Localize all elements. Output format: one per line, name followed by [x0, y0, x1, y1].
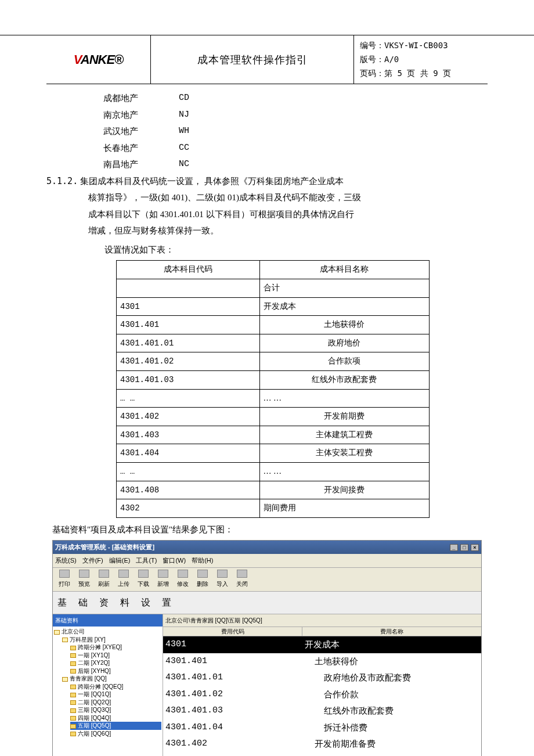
- window-titlebar[interactable]: 万科成本管理系统 - [基础资料设置] _ □ ×: [53, 541, 481, 554]
- menu-item[interactable]: 窗口(W): [163, 555, 186, 567]
- tree-label: 一期 [QQ1Q]: [78, 691, 111, 697]
- cost-row: 4301.402开发前期费: [117, 408, 430, 426]
- tree-panel: 基础资料 北京公司万科星园 [XY]跨期分摊 [XYEQ]一期 [XY1Q]二期…: [53, 614, 163, 756]
- cost-code-cell: 4301.401.01: [117, 334, 260, 352]
- cost-code-grid[interactable]: 费用代码 费用名称 4301开发成本4301.401 土地获得价4301.401…: [163, 627, 481, 756]
- tree-node[interactable]: 跨期分摊 [XYEQ]: [70, 643, 161, 651]
- grid-row[interactable]: 4301开发成本: [163, 636, 481, 653]
- menu-item[interactable]: 编辑(E): [109, 555, 131, 567]
- cost-name-cell: 期间费用: [259, 499, 429, 518]
- cost-row: 4302期间费用: [117, 499, 430, 518]
- grid-row[interactable]: 4301.402.01 勘测设计费: [163, 753, 481, 756]
- tree-node[interactable]: 一期 [XY1Q]: [70, 651, 161, 660]
- menu-item[interactable]: 帮助(H): [192, 555, 213, 567]
- toolbar-button[interactable]: 预览: [75, 569, 93, 590]
- minimize-button[interactable]: _: [450, 544, 458, 551]
- tree-node[interactable]: 二期 [XY2Q]: [70, 659, 161, 667]
- cost-code-cell: … …: [117, 389, 260, 408]
- tree-label: 五期 [QQ5Q]: [78, 722, 111, 729]
- cost-row: 4301.401.02合作款项: [117, 352, 430, 371]
- region-row: 长春地产CC: [103, 140, 488, 157]
- document-meta: 编号：VKSY-WI-CB003 版号：A/0 页码：第 5 页 共 9 页: [354, 35, 488, 84]
- grid-name-cell: 拆迁补偿费: [302, 719, 481, 736]
- cost-name-cell: 合计: [259, 279, 429, 297]
- grid-row[interactable]: 4301.401 土地获得价: [163, 653, 481, 670]
- tree-label: 跨期分摊 [QQEQ]: [78, 683, 123, 690]
- toolbar-icon: [158, 570, 168, 578]
- grid-name-cell: 政府地价及市政配套费: [302, 669, 481, 686]
- region-row: 南昌地产NC: [103, 156, 488, 173]
- tree-node[interactable]: 一期 [QQ1Q]: [70, 690, 161, 699]
- toolbar-button[interactable]: 关闭: [233, 569, 251, 590]
- tree-label: 青青家园 [QQ]: [70, 675, 107, 682]
- menu-item[interactable]: 文件(F): [82, 555, 103, 567]
- tree-node[interactable]: 北京公司: [54, 628, 161, 636]
- doc-no-label: 编号：: [360, 41, 384, 50]
- section-line1: 集团成本科目及代码统一设置， 具体参照《万科集团房地产企业成本: [80, 177, 344, 186]
- toolbar-button[interactable]: 新增: [154, 569, 172, 590]
- cost-code-cell: 4301.404: [117, 444, 260, 463]
- app-screenshot: 万科成本管理系统 - [基础资料设置] _ □ × 系统(S)文件(F)编辑(E…: [52, 540, 482, 756]
- folder-icon: [54, 630, 60, 635]
- toolbar-icon: [138, 570, 149, 578]
- detail-panel: 北京公司\青青家园 [QQ]\五期 [QQ5Q] 费用代码 费用名称 4301开…: [163, 614, 481, 756]
- grid-code-cell: 4301.402: [163, 736, 302, 753]
- tree-node[interactable]: 后期 [XYHQ]: [70, 667, 161, 675]
- grid-row[interactable]: 4301.401.03 红线外市政配套费: [163, 703, 481, 719]
- tree-node[interactable]: 跨期分摊 [QQEQ]: [70, 683, 161, 691]
- close-button[interactable]: ×: [471, 544, 479, 551]
- menu-item[interactable]: 系统(S): [55, 555, 77, 567]
- cost-name-cell: 主体建筑工程费: [259, 426, 429, 444]
- grid-name-cell: 开发前期准备费: [302, 736, 481, 753]
- toolbar-icon: [217, 570, 228, 578]
- tree-label: 后期 [XYHQ]: [78, 668, 111, 674]
- region-code-list: 成都地产CD南京地产NJ武汉地产WH长春地产CC南昌地产NC: [103, 90, 488, 173]
- section-line2: 核算指导》，一级(如 401)、二级(如 01)成本科目及代码不能改变，三级: [88, 189, 488, 206]
- toolbar-button[interactable]: 上传: [114, 569, 133, 590]
- tree-node[interactable]: 万科星园 [XY]: [62, 636, 161, 644]
- region-row: 武汉地产WH: [103, 123, 488, 140]
- toolbar-button[interactable]: 刷新: [95, 569, 113, 590]
- grid-row[interactable]: 4301.401.01 政府地价及市政配套费: [163, 669, 481, 686]
- grid-row[interactable]: 4301.401.02 合作价款: [163, 686, 481, 703]
- toolbar-button[interactable]: 下载: [134, 569, 153, 590]
- region-name: 南昌地产: [103, 156, 179, 173]
- folder-icon: [62, 677, 68, 682]
- cost-row: 4301.408开发间接费: [117, 481, 430, 499]
- tree-node[interactable]: 三期 [QQ3Q]: [70, 706, 161, 714]
- tree-node[interactable]: 二期 [QQ2Q]: [70, 699, 161, 707]
- toolbar-button[interactable]: 打印: [55, 569, 74, 590]
- tree-node[interactable]: 青青家园 [QQ]: [62, 675, 161, 683]
- cost-row: 4301.401土地获得价: [117, 316, 430, 334]
- version: A/0: [384, 55, 399, 64]
- toolbar-label: 新增: [157, 578, 169, 589]
- tree-node[interactable]: 四期 [QQ4Q]: [70, 714, 161, 722]
- tree-node[interactable]: 五期 [QQ5Q]: [70, 722, 161, 730]
- tree-label: 三期 [QQ3Q]: [78, 707, 111, 713]
- toolbar-button[interactable]: 修改: [174, 569, 192, 590]
- toolbar-icon: [59, 570, 70, 578]
- cost-row: … …… …: [117, 462, 430, 481]
- toolbar: 打印预览刷新上传下载新增修改删除导入关闭: [53, 568, 481, 592]
- menu-item[interactable]: 工具(T): [136, 555, 157, 567]
- grid-name-cell: 土地获得价: [302, 653, 481, 670]
- menu-bar[interactable]: 系统(S)文件(F)编辑(E)工具(T)窗口(W)帮助(H): [53, 554, 481, 568]
- cost-row: 4301.401.01政府地价: [117, 334, 430, 352]
- toolbar-button[interactable]: 删除: [193, 569, 212, 590]
- cost-code-cell: 4301.403: [117, 426, 260, 444]
- window-title: 万科成本管理系统 - [基础资料设置]: [55, 541, 449, 553]
- cost-row: 4301.403主体建筑工程费: [117, 426, 430, 444]
- toolbar-button[interactable]: 导入: [213, 569, 232, 590]
- grid-name-cell: 红线外市政配套费: [302, 703, 481, 719]
- grid-row[interactable]: 4301.401.04 拆迁补偿费: [163, 719, 481, 736]
- cost-name-cell: 红线外市政配套费: [259, 370, 429, 389]
- document-body: 成都地产CD南京地产NJ武汉地产WH长春地产CC南昌地产NC 5.1.2. 集团…: [46, 84, 488, 756]
- grid-row[interactable]: 4301.402 开发前期准备费: [163, 736, 481, 753]
- cost-code-cell: 4301: [117, 297, 260, 316]
- region-name: 长春地产: [103, 140, 179, 157]
- tree-label: 万科星园 [XY]: [70, 636, 106, 643]
- maximize-button[interactable]: □: [460, 544, 468, 551]
- project-tree[interactable]: 北京公司万科星园 [XY]跨期分摊 [XYEQ]一期 [XY1Q]二期 [XY2…: [53, 627, 163, 739]
- tree-node[interactable]: 六期 [QQ6Q]: [70, 730, 161, 738]
- region-code: WH: [179, 123, 189, 140]
